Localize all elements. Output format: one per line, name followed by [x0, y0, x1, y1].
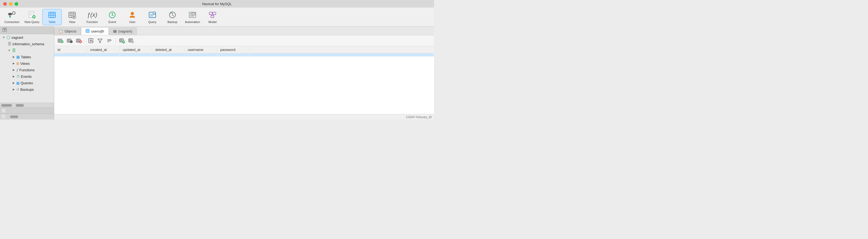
- sidebar-scrollbar[interactable]: [0, 103, 54, 108]
- svg-rect-40: [192, 15, 193, 16]
- results-table: id created_at updated_at deleted_at user: [54, 46, 434, 57]
- separator1: [116, 38, 116, 43]
- scrollbar-thumb[interactable]: [1, 104, 12, 107]
- tab-users-table[interactable]: users@l: [81, 27, 109, 35]
- refresh-view-button[interactable]: [118, 37, 126, 44]
- table-tab-icon: [86, 29, 89, 34]
- toolbar-view[interactable]: View: [62, 9, 82, 25]
- toolbar-model[interactable]: Model: [203, 9, 222, 25]
- automation-icon: [188, 10, 197, 19]
- sidebar-header: [0, 27, 54, 34]
- objects-tab-icon: 📋: [59, 30, 63, 33]
- cell: [119, 54, 152, 57]
- table-label: Table: [49, 20, 56, 24]
- functions-icon: ƒ: [16, 68, 18, 72]
- vagrant-db-icon: ⬡: [6, 35, 10, 40]
- svg-point-24: [73, 16, 75, 18]
- vagrant-tab-label: (vagrant): [118, 29, 132, 33]
- model-icon: [208, 10, 217, 19]
- toolbar-function[interactable]: ƒ(x) Function: [83, 9, 102, 25]
- maximize-button[interactable]: [14, 2, 18, 6]
- chevron-right-icon: ▶: [12, 56, 15, 58]
- tab-vagrant-db[interactable]: (vagrant): [109, 27, 137, 35]
- sidebar-item-vagrant[interactable]: ▼ ⬡ vagrant: [0, 34, 54, 41]
- svg-text:+: +: [13, 12, 14, 14]
- toolbar-automation[interactable]: Automation: [183, 9, 202, 25]
- svg-marker-83: [98, 39, 102, 42]
- filter-icon: [2, 27, 7, 33]
- col-created-at[interactable]: created_at: [87, 46, 119, 54]
- svg-point-3: [9, 16, 11, 18]
- queries-label: Queries: [21, 81, 33, 85]
- title-bar: Navicat for MySQL: [0, 0, 434, 8]
- scrollbar-thumb2[interactable]: [16, 104, 24, 107]
- toolbar-event[interactable]: Event: [102, 9, 122, 25]
- col-updated-at[interactable]: updated_at: [119, 46, 152, 54]
- query-label: Query: [148, 20, 156, 24]
- model-label: Model: [209, 20, 217, 24]
- main-toolbar: + Connection New Query: [0, 8, 434, 27]
- toolbar-backup[interactable]: Backup: [163, 9, 182, 25]
- new-query-icon: [28, 10, 36, 19]
- view-label: View: [69, 20, 75, 24]
- svg-point-29: [131, 12, 134, 15]
- close-button[interactable]: [3, 2, 7, 6]
- cell: [217, 54, 249, 57]
- functions-label: Functions: [19, 68, 34, 72]
- toolbar-table[interactable]: Table: [42, 9, 62, 25]
- sidebar-item-functions[interactable]: ▶ ƒ Functions: [0, 67, 54, 73]
- main-layout: ▼ ⬡ vagrant 🗄 information_schema ▼ 🗄 ▶ ▦…: [0, 27, 434, 120]
- sidebar-item-events[interactable]: ▶ ⏱ Events: [0, 73, 54, 80]
- minimize-button[interactable]: [9, 2, 12, 6]
- status-text: CSGFI %Suntry_ID: [406, 115, 432, 119]
- views-label: Views: [20, 62, 30, 66]
- sidebar-item-db2[interactable]: ▼ 🗄: [0, 47, 54, 54]
- user-icon: [128, 10, 136, 19]
- svg-rect-39: [192, 14, 195, 15]
- column-selector-button[interactable]: [127, 37, 135, 44]
- connection-icon: +: [8, 10, 16, 19]
- sidebar-icons-row2: ⬜: [0, 113, 54, 120]
- svg-rect-100: [131, 41, 134, 43]
- toolbar-query[interactable]: ↻ Query: [143, 9, 162, 25]
- backups-label: Backups: [20, 88, 34, 92]
- add-record-button[interactable]: [56, 37, 64, 44]
- db2-icon: 🗄: [12, 48, 16, 53]
- col-deleted-at[interactable]: deleted_at: [152, 46, 184, 54]
- toolbar-connection[interactable]: + Connection: [2, 9, 22, 25]
- data-table[interactable]: id created_at updated_at deleted_at user: [54, 46, 434, 114]
- tab-objects[interactable]: 📋 Objects: [54, 27, 81, 35]
- sidebar-item-information-schema[interactable]: 🗄 information_schema: [0, 41, 54, 47]
- table-row[interactable]: [54, 54, 434, 57]
- save-button[interactable]: ↑: [66, 37, 74, 44]
- svg-point-28: [112, 14, 113, 15]
- chevron-right-icon3: ▶: [12, 69, 15, 71]
- information-schema-label: information_schema: [12, 42, 44, 46]
- sort-button[interactable]: [105, 37, 113, 44]
- col-id[interactable]: id: [54, 46, 87, 54]
- chevron-down-icon2: ▼: [8, 49, 11, 52]
- content-toolbar: ↑: [54, 35, 434, 46]
- sidebar-item-views[interactable]: ▶ ⊞ Views: [0, 60, 54, 67]
- mini-scrollbar[interactable]: [10, 115, 18, 118]
- filter-button[interactable]: [96, 37, 104, 44]
- window-controls[interactable]: [3, 2, 18, 6]
- sidebar-item-tables[interactable]: ▶ ▦ Tables: [0, 54, 54, 60]
- sidebar-item-backups[interactable]: ▶ ↺ Backups: [0, 86, 54, 93]
- backup-icon: [168, 10, 177, 19]
- users-tab-label: users@l: [91, 29, 104, 33]
- toolbar-user[interactable]: User: [123, 9, 142, 25]
- import-export-button[interactable]: [87, 37, 95, 44]
- chevron-right-icon6: ▶: [12, 88, 15, 91]
- col-password[interactable]: password: [217, 46, 249, 54]
- svg-rect-37: [189, 12, 196, 18]
- svg-rect-41: [209, 12, 212, 14]
- delete-button[interactable]: [75, 37, 83, 44]
- sidebar-item-queries[interactable]: ▶ ▦ Queries: [0, 80, 54, 86]
- views-icon: ⊞: [16, 62, 19, 66]
- svg-rect-50: [86, 29, 89, 33]
- toolbar-new-query[interactable]: New Query: [22, 9, 42, 25]
- chevron-down-icon: ▼: [2, 36, 5, 39]
- col-username[interactable]: username: [184, 46, 217, 54]
- objects-tab-label: Objects: [64, 29, 76, 33]
